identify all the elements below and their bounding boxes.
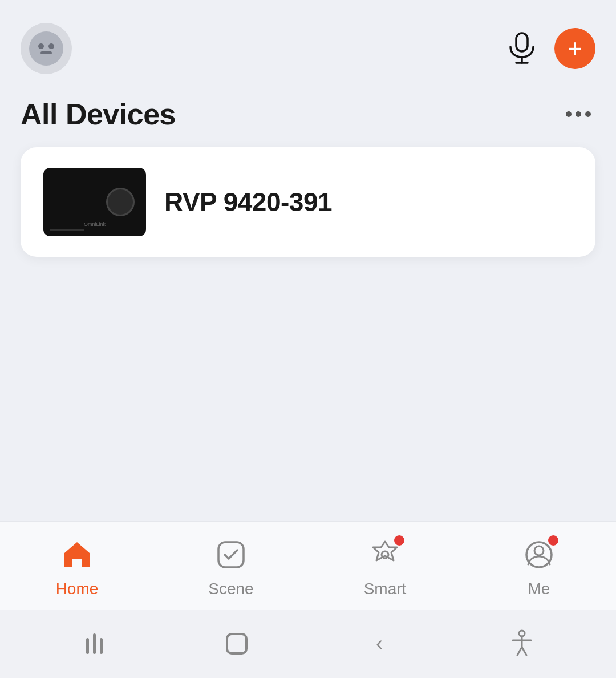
nav-item-scene[interactable]: Scene: [197, 535, 265, 598]
sys-line-3: [100, 638, 103, 654]
home-square-icon: [226, 633, 248, 655]
device-brand: OmniLink: [84, 221, 106, 227]
nav-item-smart[interactable]: Smart: [351, 535, 419, 598]
recent-apps-button[interactable]: [71, 627, 117, 661]
svg-line-11: [522, 647, 526, 655]
smart-badge: [394, 535, 404, 546]
mic-button[interactable]: [503, 30, 541, 67]
device-card[interactable]: OmniLink RVP 9420-391: [21, 147, 595, 257]
header: +: [0, 0, 616, 86]
svg-rect-0: [516, 33, 528, 51]
back-icon: ‹: [376, 632, 383, 656]
mic-icon: [508, 32, 536, 65]
dot-1: [566, 111, 572, 117]
sys-line-2: [93, 633, 96, 654]
robot-mouth: [40, 51, 52, 54]
nav-item-me[interactable]: Me: [505, 535, 573, 598]
scene-icon: [214, 538, 248, 571]
dot-3: [585, 111, 591, 117]
nav-item-home[interactable]: Home: [43, 535, 111, 598]
bottom-nav: Home Scene Smart: [0, 521, 616, 610]
system-home-button[interactable]: [214, 627, 260, 661]
svg-point-4: [382, 551, 388, 558]
header-actions: +: [503, 28, 595, 69]
add-device-button[interactable]: +: [554, 28, 595, 69]
avatar[interactable]: [21, 23, 72, 74]
device-thumbnail: OmniLink: [43, 168, 146, 236]
me-badge: [548, 535, 558, 546]
system-bar: ‹: [0, 610, 616, 678]
page-title-row: All Devices: [0, 86, 616, 147]
add-icon: +: [568, 36, 582, 61]
device-list: OmniLink RVP 9420-391: [0, 147, 616, 257]
svg-point-6: [534, 546, 544, 555]
accessibility-button[interactable]: [499, 627, 545, 661]
svg-rect-3: [218, 542, 244, 567]
nav-label-smart: Smart: [364, 580, 407, 598]
robot-eye-left: [38, 43, 44, 49]
more-options-button[interactable]: [561, 107, 595, 122]
nav-label-home: Home: [56, 580, 99, 598]
nav-label-me: Me: [528, 580, 550, 598]
sys-line-1: [86, 638, 89, 654]
home-icon: [60, 538, 94, 571]
back-button[interactable]: ‹: [356, 627, 402, 661]
robot-eye-right: [48, 43, 54, 49]
nav-label-scene: Scene: [208, 580, 253, 598]
svg-line-10: [517, 647, 522, 655]
dot-2: [576, 111, 581, 117]
page-title: All Devices: [21, 97, 176, 131]
accessibility-icon: [507, 629, 537, 659]
device-name: RVP 9420-391: [164, 187, 332, 217]
